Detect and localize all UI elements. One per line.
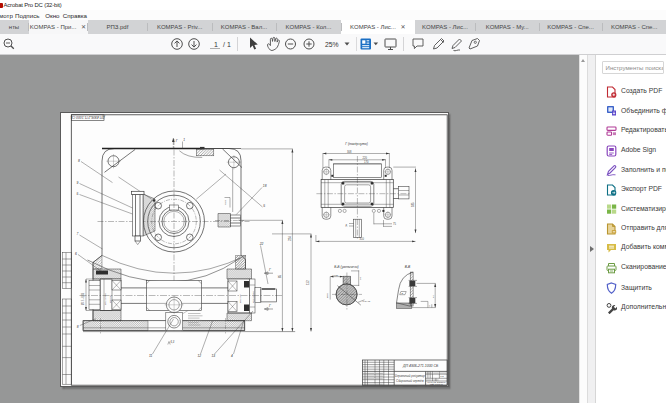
svg-text:7: 7 — [77, 232, 79, 236]
svg-text:Г: Г — [269, 268, 272, 272]
svg-text:ДП 4906-271.1000 СБ: ДП 4906-271.1000 СБ — [402, 364, 439, 368]
svg-text:220: 220 — [363, 156, 368, 160]
svg-text:9: 9 — [77, 181, 79, 185]
svg-text:Ø47 +0,03: Ø47 +0,03 — [81, 292, 85, 305]
svg-text:8: 8 — [428, 305, 431, 307]
svg-text:В-В: В-В — [405, 265, 411, 269]
svg-text:4: 4 — [231, 354, 233, 358]
svg-text:25%: 25% — [325, 41, 339, 48]
svg-text:/ 1: / 1 — [223, 41, 231, 48]
svg-text:5: 5 — [263, 204, 265, 208]
svg-text:170: 170 — [364, 160, 369, 164]
svg-text:Ø50: Ø50 — [326, 293, 329, 298]
svg-text:22: 22 — [259, 242, 264, 246]
svg-text:308: 308 — [347, 150, 352, 154]
svg-text:Ø72 Н7/к6: Ø72 Н7/к6 — [104, 293, 107, 305]
svg-text:Червячный редуктор: Червячный редуктор — [395, 374, 425, 378]
svg-text:85: 85 — [278, 274, 282, 278]
svg-text:8: 8 — [77, 325, 79, 329]
svg-text:45: 45 — [432, 295, 435, 298]
svg-text:12: 12 — [198, 354, 202, 358]
svg-text:Б-Б (увеличено): Б-Б (увеличено) — [334, 265, 358, 269]
svg-text:Ø52 Н7: Ø52 Н7 — [239, 294, 242, 303]
svg-text:11: 11 — [149, 354, 153, 358]
svg-text:6,3: 6,3 — [171, 340, 175, 344]
svg-text:Г: Г — [176, 139, 179, 143]
svg-text:112: 112 — [306, 280, 310, 285]
svg-text:185: 185 — [411, 202, 415, 207]
svg-text:5: 5 — [77, 192, 79, 196]
svg-text:8: 8 — [78, 159, 80, 163]
svg-text:Г: Г — [269, 304, 272, 308]
svg-text:G1/2: G1/2 — [224, 199, 227, 205]
svg-text:Г (повёрнуто): Г (повёрнуто) — [345, 142, 368, 146]
svg-text:ДП 4906-271.1000 СБ: ДП 4906-271.1000 СБ — [70, 115, 106, 119]
svg-text:13: 13 — [212, 354, 216, 358]
svg-text:Ø40 к6: Ø40 к6 — [109, 294, 112, 303]
svg-text:1: 1 — [183, 138, 185, 142]
svg-text:0,8×45°: 0,8×45° — [363, 300, 372, 303]
svg-text:6: 6 — [75, 252, 77, 256]
svg-text:Формат А1: Формат А1 — [417, 385, 429, 387]
svg-text:Ø25 Н7/к6: Ø25 Н7/к6 — [252, 291, 255, 303]
svg-text:каф. МТ10-11: каф. МТ10-11 — [430, 383, 443, 385]
svg-text:Сборочный чертёж: Сборочный чертёж — [396, 379, 425, 383]
svg-text:д: д — [346, 224, 348, 227]
svg-text:1:2: 1:2 — [440, 375, 444, 378]
svg-text:310: 310 — [360, 237, 365, 241]
svg-text:4 отв.: 4 отв. — [332, 274, 339, 277]
svg-text:10: 10 — [359, 277, 362, 280]
svg-text:224: 224 — [288, 236, 292, 241]
svg-text:18: 18 — [263, 184, 267, 188]
svg-text:Копировал: Копировал — [391, 385, 403, 387]
svg-text:1: 1 — [214, 41, 218, 48]
svg-text:75: 75 — [393, 222, 396, 226]
